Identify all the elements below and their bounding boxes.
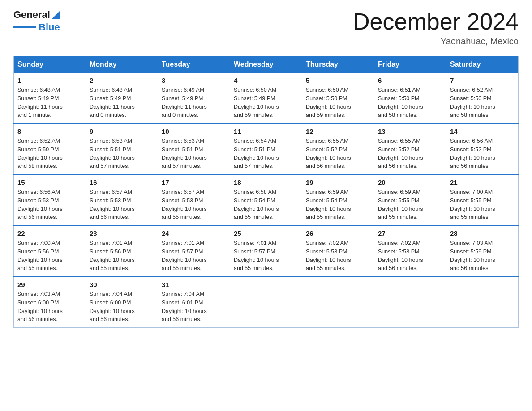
day-info: Sunrise: 6:59 AMSunset: 5:54 PMDaylight:… (306, 188, 370, 222)
day-number: 18 (234, 179, 298, 186)
day-number: 21 (450, 179, 515, 186)
calendar-cell: 7 Sunrise: 6:52 AMSunset: 5:50 PMDayligh… (446, 73, 519, 124)
calendar-cell: 2 Sunrise: 6:48 AMSunset: 5:49 PMDayligh… (86, 73, 158, 124)
day-info: Sunrise: 7:04 AMSunset: 6:00 PMDaylight:… (90, 290, 154, 324)
day-number: 22 (17, 230, 82, 237)
calendar-cell: 19 Sunrise: 6:59 AMSunset: 5:54 PMDaylig… (302, 175, 374, 226)
day-info: Sunrise: 6:55 AMSunset: 5:52 PMDaylight:… (306, 137, 370, 171)
day-number: 23 (90, 230, 154, 237)
calendar-cell: 29 Sunrise: 7:03 AMSunset: 6:00 PMDaylig… (14, 277, 86, 328)
day-info: Sunrise: 6:52 AMSunset: 5:50 PMDaylight:… (450, 86, 515, 120)
day-number: 20 (378, 179, 442, 186)
calendar-week-row: 29 Sunrise: 7:03 AMSunset: 6:00 PMDaylig… (14, 277, 519, 328)
calendar-cell: 26 Sunrise: 7:02 AMSunset: 5:58 PMDaylig… (302, 226, 374, 277)
day-number: 30 (90, 281, 154, 288)
header-saturday: Saturday (446, 56, 519, 73)
day-info: Sunrise: 6:54 AMSunset: 5:51 PMDaylight:… (234, 137, 298, 171)
calendar-cell: 13 Sunrise: 6:55 AMSunset: 5:52 PMDaylig… (374, 124, 446, 175)
calendar-cell: 21 Sunrise: 7:00 AMSunset: 5:55 PMDaylig… (446, 175, 519, 226)
day-info: Sunrise: 6:58 AMSunset: 5:54 PMDaylight:… (234, 188, 298, 222)
calendar-cell: 9 Sunrise: 6:53 AMSunset: 5:51 PMDayligh… (86, 124, 158, 175)
day-number: 16 (90, 179, 154, 186)
day-number: 1 (17, 77, 82, 84)
day-number: 14 (450, 128, 515, 135)
calendar-cell: 10 Sunrise: 6:53 AMSunset: 5:51 PMDaylig… (158, 124, 230, 175)
day-info: Sunrise: 6:53 AMSunset: 5:51 PMDaylight:… (90, 137, 154, 171)
day-number: 3 (162, 77, 226, 84)
day-number: 11 (234, 128, 298, 135)
page-header: General Blue December 2024 Yaonahuac, Me… (13, 9, 519, 47)
calendar-cell: 11 Sunrise: 6:54 AMSunset: 5:51 PMDaylig… (230, 124, 302, 175)
day-number: 7 (450, 77, 515, 84)
logo-text-general: General (13, 9, 50, 21)
header-friday: Friday (374, 56, 446, 73)
calendar-week-row: 15 Sunrise: 6:56 AMSunset: 5:53 PMDaylig… (14, 175, 519, 226)
day-info: Sunrise: 7:02 AMSunset: 5:58 PMDaylight:… (378, 239, 442, 273)
day-number: 28 (450, 230, 515, 237)
svg-rect-1 (13, 26, 36, 28)
day-number: 19 (306, 179, 370, 186)
day-number: 6 (378, 77, 442, 84)
day-info: Sunrise: 6:56 AMSunset: 5:53 PMDaylight:… (17, 188, 82, 222)
day-number: 27 (378, 230, 442, 237)
day-info: Sunrise: 6:55 AMSunset: 5:52 PMDaylight:… (378, 137, 442, 171)
day-info: Sunrise: 6:49 AMSunset: 5:49 PMDaylight:… (162, 86, 226, 120)
day-number: 31 (162, 281, 226, 288)
calendar-week-row: 22 Sunrise: 7:00 AMSunset: 5:56 PMDaylig… (14, 226, 519, 277)
day-number: 25 (234, 230, 298, 237)
day-info: Sunrise: 6:48 AMSunset: 5:49 PMDaylight:… (17, 86, 82, 120)
calendar-cell: 6 Sunrise: 6:51 AMSunset: 5:50 PMDayligh… (374, 73, 446, 124)
calendar-week-row: 8 Sunrise: 6:52 AMSunset: 5:50 PMDayligh… (14, 124, 519, 175)
calendar-cell: 24 Sunrise: 7:01 AMSunset: 5:57 PMDaylig… (158, 226, 230, 277)
day-info: Sunrise: 6:53 AMSunset: 5:51 PMDaylight:… (162, 137, 226, 171)
calendar-cell (446, 277, 519, 328)
calendar-cell: 20 Sunrise: 6:59 AMSunset: 5:55 PMDaylig… (374, 175, 446, 226)
day-info: Sunrise: 6:48 AMSunset: 5:49 PMDaylight:… (90, 86, 154, 120)
calendar-cell: 3 Sunrise: 6:49 AMSunset: 5:49 PMDayligh… (158, 73, 230, 124)
day-info: Sunrise: 6:57 AMSunset: 5:53 PMDaylight:… (90, 188, 154, 222)
calendar-cell: 14 Sunrise: 6:56 AMSunset: 5:52 PMDaylig… (446, 124, 519, 175)
day-info: Sunrise: 7:03 AMSunset: 6:00 PMDaylight:… (17, 290, 82, 324)
day-number: 8 (17, 128, 82, 135)
header-thursday: Thursday (302, 56, 374, 73)
header-sunday: Sunday (14, 56, 86, 73)
day-number: 29 (17, 281, 82, 288)
day-info: Sunrise: 6:50 AMSunset: 5:50 PMDaylight:… (306, 86, 370, 120)
calendar-cell: 27 Sunrise: 7:02 AMSunset: 5:58 PMDaylig… (374, 226, 446, 277)
day-number: 9 (90, 128, 154, 135)
calendar-cell: 5 Sunrise: 6:50 AMSunset: 5:50 PMDayligh… (302, 73, 374, 124)
day-info: Sunrise: 7:02 AMSunset: 5:58 PMDaylight:… (306, 239, 370, 273)
calendar-cell: 17 Sunrise: 6:57 AMSunset: 5:53 PMDaylig… (158, 175, 230, 226)
day-number: 5 (306, 77, 370, 84)
calendar-cell: 25 Sunrise: 7:01 AMSunset: 5:57 PMDaylig… (230, 226, 302, 277)
day-number: 13 (378, 128, 442, 135)
day-number: 17 (162, 179, 226, 186)
calendar-cell: 1 Sunrise: 6:48 AMSunset: 5:49 PMDayligh… (14, 73, 86, 124)
logo-triangle-icon (51, 10, 61, 20)
day-number: 4 (234, 77, 298, 84)
day-info: Sunrise: 6:56 AMSunset: 5:52 PMDaylight:… (450, 137, 515, 171)
calendar-subtitle: Yaonahuac, Mexico (353, 36, 519, 47)
day-number: 24 (162, 230, 226, 237)
calendar-cell: 15 Sunrise: 6:56 AMSunset: 5:53 PMDaylig… (14, 175, 86, 226)
logo: General Blue (13, 9, 61, 33)
day-number: 15 (17, 179, 82, 186)
day-info: Sunrise: 7:00 AMSunset: 5:55 PMDaylight:… (450, 188, 515, 222)
calendar-cell: 16 Sunrise: 6:57 AMSunset: 5:53 PMDaylig… (86, 175, 158, 226)
header-wednesday: Wednesday (230, 56, 302, 73)
calendar-table: SundayMondayTuesdayWednesdayThursdayFrid… (13, 56, 519, 328)
calendar-cell: 8 Sunrise: 6:52 AMSunset: 5:50 PMDayligh… (14, 124, 86, 175)
calendar-cell (302, 277, 374, 328)
day-info: Sunrise: 6:50 AMSunset: 5:49 PMDaylight:… (234, 86, 298, 120)
day-info: Sunrise: 7:04 AMSunset: 6:01 PMDaylight:… (162, 290, 226, 324)
day-number: 10 (162, 128, 226, 135)
day-number: 2 (90, 77, 154, 84)
calendar-cell: 18 Sunrise: 6:58 AMSunset: 5:54 PMDaylig… (230, 175, 302, 226)
calendar-title: December 2024 (353, 9, 519, 34)
day-number: 12 (306, 128, 370, 135)
calendar-cell (374, 277, 446, 328)
day-info: Sunrise: 6:51 AMSunset: 5:50 PMDaylight:… (378, 86, 442, 120)
calendar-week-row: 1 Sunrise: 6:48 AMSunset: 5:49 PMDayligh… (14, 73, 519, 124)
calendar-cell: 31 Sunrise: 7:04 AMSunset: 6:01 PMDaylig… (158, 277, 230, 328)
day-info: Sunrise: 7:01 AMSunset: 5:57 PMDaylight:… (234, 239, 298, 273)
